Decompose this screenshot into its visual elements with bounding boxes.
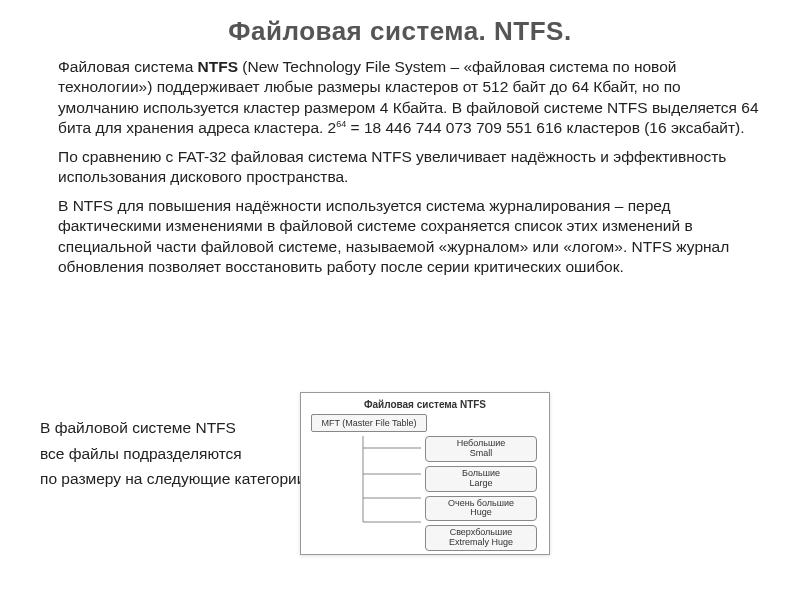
page-title: Файловая система. NTFS. [40, 16, 760, 47]
paragraph-3: В NTFS для повышения надёжности использу… [40, 196, 760, 278]
category-small: Небольшие Small [425, 436, 537, 462]
p1-c: = 18 446 744 073 709 551 616 кластеров (… [346, 119, 744, 136]
category-large: Большие Large [425, 466, 537, 492]
paragraph-2: По сравнению с FAT-32 файловая система N… [40, 147, 760, 188]
diagram-title: Файловая система NTFS [309, 399, 541, 410]
category-extremaly-huge: Сверхбольшие Extremaly Huge [425, 525, 537, 551]
p1-sup: 64 [336, 119, 346, 129]
tree-connectors [309, 436, 429, 544]
paragraph-1: Файловая система NTFS (New Technology Fi… [40, 57, 760, 139]
p1-bold: NTFS [198, 58, 238, 75]
mft-box: MFT (Master File Table) [311, 414, 427, 432]
ntfs-diagram: Файловая система NTFS MFT (Master File T… [300, 392, 550, 555]
p1-a: Файловая система [58, 58, 198, 75]
category-huge: Очень большие Huge [425, 496, 537, 522]
